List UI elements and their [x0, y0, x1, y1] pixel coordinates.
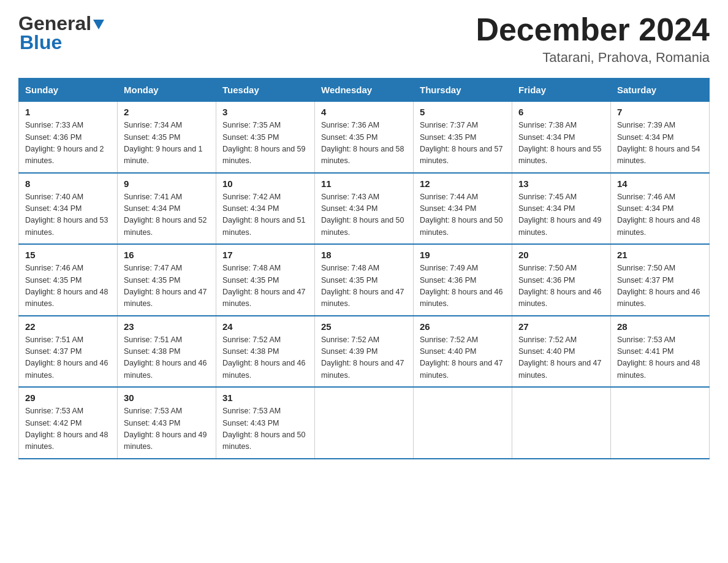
day-info: Sunrise: 7:42 AMSunset: 4:34 PMDaylight:…	[222, 193, 306, 237]
calendar-cell: 10 Sunrise: 7:42 AMSunset: 4:34 PMDaylig…	[216, 173, 315, 245]
calendar-cell: 12 Sunrise: 7:44 AMSunset: 4:34 PMDaylig…	[414, 173, 512, 245]
day-number: 27	[518, 321, 604, 332]
calendar-cell	[315, 387, 414, 459]
calendar-week-row: 15 Sunrise: 7:46 AMSunset: 4:35 PMDaylig…	[19, 244, 710, 316]
col-saturday: Saturday	[611, 79, 710, 102]
calendar-cell: 15 Sunrise: 7:46 AMSunset: 4:35 PMDaylig…	[19, 244, 118, 316]
header-row: Sunday Monday Tuesday Wednesday Thursday…	[19, 79, 710, 102]
col-monday: Monday	[118, 79, 216, 102]
calendar-cell: 3 Sunrise: 7:35 AMSunset: 4:35 PMDayligh…	[216, 102, 315, 173]
day-info: Sunrise: 7:48 AMSunset: 4:35 PMDaylight:…	[222, 264, 306, 308]
calendar-cell: 22 Sunrise: 7:51 AMSunset: 4:37 PMDaylig…	[19, 316, 118, 388]
day-info: Sunrise: 7:53 AMSunset: 4:43 PMDaylight:…	[222, 407, 306, 451]
day-number: 11	[321, 178, 407, 189]
day-number: 31	[222, 393, 308, 403]
day-info: Sunrise: 7:52 AMSunset: 4:40 PMDaylight:…	[518, 335, 602, 380]
calendar-header: Sunday Monday Tuesday Wednesday Thursday…	[19, 79, 710, 102]
day-number: 28	[617, 321, 703, 332]
day-info: Sunrise: 7:33 AMSunset: 4:36 PMDaylight:…	[25, 121, 104, 165]
calendar-cell: 20 Sunrise: 7:50 AMSunset: 4:36 PMDaylig…	[512, 244, 611, 316]
calendar-cell: 31 Sunrise: 7:53 AMSunset: 4:43 PMDaylig…	[216, 387, 315, 459]
page-header: General Blue December 2024 Tatarani, Pra…	[18, 12, 710, 66]
day-number: 15	[25, 250, 111, 260]
day-info: Sunrise: 7:36 AMSunset: 4:35 PMDaylight:…	[321, 121, 404, 165]
day-number: 5	[420, 107, 506, 117]
svg-marker-0	[93, 20, 104, 29]
calendar-cell: 23 Sunrise: 7:51 AMSunset: 4:38 PMDaylig…	[118, 316, 216, 388]
day-number: 21	[617, 250, 703, 260]
day-number: 20	[518, 250, 604, 260]
calendar-cell: 26 Sunrise: 7:52 AMSunset: 4:40 PMDaylig…	[414, 316, 512, 388]
day-number: 25	[321, 321, 407, 332]
day-info: Sunrise: 7:51 AMSunset: 4:37 PMDaylight:…	[25, 335, 108, 380]
day-info: Sunrise: 7:38 AMSunset: 4:34 PMDaylight:…	[518, 121, 602, 165]
calendar-cell: 11 Sunrise: 7:43 AMSunset: 4:34 PMDaylig…	[315, 173, 414, 245]
calendar-cell: 17 Sunrise: 7:48 AMSunset: 4:35 PMDaylig…	[216, 244, 315, 316]
day-info: Sunrise: 7:48 AMSunset: 4:35 PMDaylight:…	[321, 264, 404, 308]
day-number: 30	[124, 393, 210, 403]
day-info: Sunrise: 7:50 AMSunset: 4:36 PMDaylight:…	[518, 264, 602, 308]
day-number: 6	[518, 107, 604, 117]
day-number: 24	[222, 321, 308, 332]
day-info: Sunrise: 7:40 AMSunset: 4:34 PMDaylight:…	[25, 193, 108, 237]
calendar-body: 1 Sunrise: 7:33 AMSunset: 4:36 PMDayligh…	[19, 102, 710, 459]
day-number: 18	[321, 250, 407, 260]
calendar-week-row: 22 Sunrise: 7:51 AMSunset: 4:37 PMDaylig…	[19, 316, 710, 388]
calendar-cell: 4 Sunrise: 7:36 AMSunset: 4:35 PMDayligh…	[315, 102, 414, 173]
day-info: Sunrise: 7:39 AMSunset: 4:34 PMDaylight:…	[617, 121, 700, 165]
day-info: Sunrise: 7:34 AMSunset: 4:35 PMDaylight:…	[124, 121, 203, 165]
day-info: Sunrise: 7:49 AMSunset: 4:36 PMDaylight:…	[420, 264, 503, 308]
calendar-cell: 7 Sunrise: 7:39 AMSunset: 4:34 PMDayligh…	[611, 102, 710, 173]
day-info: Sunrise: 7:47 AMSunset: 4:35 PMDaylight:…	[124, 264, 207, 308]
calendar-cell: 18 Sunrise: 7:48 AMSunset: 4:35 PMDaylig…	[315, 244, 414, 316]
calendar-cell: 21 Sunrise: 7:50 AMSunset: 4:37 PMDaylig…	[611, 244, 710, 316]
calendar-cell: 9 Sunrise: 7:41 AMSunset: 4:34 PMDayligh…	[118, 173, 216, 245]
calendar-cell	[611, 387, 710, 459]
calendar-cell: 14 Sunrise: 7:46 AMSunset: 4:34 PMDaylig…	[611, 173, 710, 245]
day-number: 14	[617, 178, 703, 189]
day-number: 2	[124, 107, 210, 117]
day-info: Sunrise: 7:37 AMSunset: 4:35 PMDaylight:…	[420, 121, 503, 165]
day-number: 16	[124, 250, 210, 260]
calendar-cell: 16 Sunrise: 7:47 AMSunset: 4:35 PMDaylig…	[118, 244, 216, 316]
day-info: Sunrise: 7:53 AMSunset: 4:41 PMDaylight:…	[617, 335, 700, 380]
calendar-cell: 19 Sunrise: 7:49 AMSunset: 4:36 PMDaylig…	[414, 244, 512, 316]
day-number: 22	[25, 321, 111, 332]
col-sunday: Sunday	[19, 79, 118, 102]
logo: General Blue	[18, 12, 106, 54]
day-number: 29	[25, 393, 111, 403]
calendar-table: Sunday Monday Tuesday Wednesday Thursday…	[18, 78, 710, 459]
calendar-cell: 24 Sunrise: 7:52 AMSunset: 4:38 PMDaylig…	[216, 316, 315, 388]
col-friday: Friday	[512, 79, 611, 102]
calendar-cell: 2 Sunrise: 7:34 AMSunset: 4:35 PMDayligh…	[118, 102, 216, 173]
calendar-cell: 6 Sunrise: 7:38 AMSunset: 4:34 PMDayligh…	[512, 102, 611, 173]
day-number: 1	[25, 107, 111, 117]
logo-blue: Blue	[20, 31, 62, 54]
calendar-cell: 28 Sunrise: 7:53 AMSunset: 4:41 PMDaylig…	[611, 316, 710, 388]
day-info: Sunrise: 7:52 AMSunset: 4:40 PMDaylight:…	[420, 335, 503, 380]
day-number: 26	[420, 321, 506, 332]
title-block: December 2024 Tatarani, Prahova, Romania	[476, 12, 710, 66]
day-info: Sunrise: 7:52 AMSunset: 4:39 PMDaylight:…	[321, 335, 404, 380]
day-number: 7	[617, 107, 703, 117]
calendar-cell: 30 Sunrise: 7:53 AMSunset: 4:43 PMDaylig…	[118, 387, 216, 459]
day-info: Sunrise: 7:45 AMSunset: 4:34 PMDaylight:…	[518, 193, 602, 237]
day-info: Sunrise: 7:53 AMSunset: 4:42 PMDaylight:…	[25, 407, 108, 451]
day-number: 8	[25, 178, 111, 189]
day-info: Sunrise: 7:44 AMSunset: 4:34 PMDaylight:…	[420, 193, 503, 237]
day-number: 9	[124, 178, 210, 189]
day-info: Sunrise: 7:52 AMSunset: 4:38 PMDaylight:…	[222, 335, 306, 380]
day-number: 4	[321, 107, 407, 117]
day-number: 12	[420, 178, 506, 189]
day-number: 3	[222, 107, 308, 117]
day-info: Sunrise: 7:41 AMSunset: 4:34 PMDaylight:…	[124, 193, 207, 237]
calendar-week-row: 1 Sunrise: 7:33 AMSunset: 4:36 PMDayligh…	[19, 102, 710, 173]
col-wednesday: Wednesday	[315, 79, 414, 102]
calendar-title: December 2024	[476, 12, 710, 47]
day-info: Sunrise: 7:51 AMSunset: 4:38 PMDaylight:…	[124, 335, 207, 380]
day-number: 17	[222, 250, 308, 260]
calendar-cell	[414, 387, 512, 459]
calendar-cell: 8 Sunrise: 7:40 AMSunset: 4:34 PMDayligh…	[19, 173, 118, 245]
day-info: Sunrise: 7:43 AMSunset: 4:34 PMDaylight:…	[321, 193, 404, 237]
logo-triangle-icon	[92, 17, 105, 31]
